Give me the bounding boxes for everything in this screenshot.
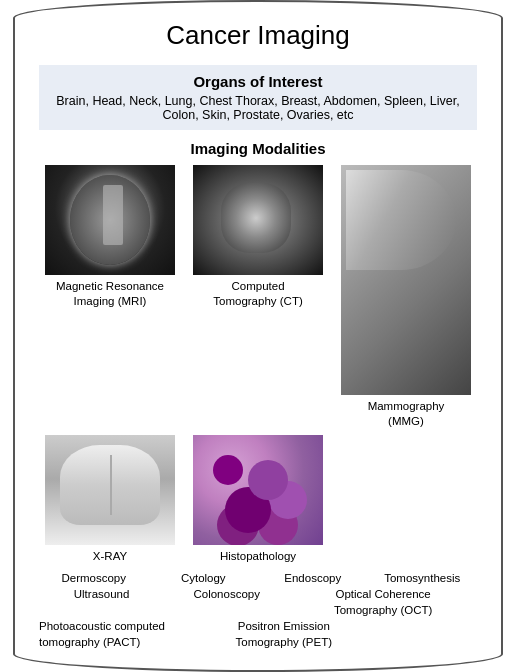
label-row-3: Photoacoustic computedtomography (PACT) … [39,618,477,650]
organs-heading: Organs of Interest [51,73,465,90]
mammo2-cell [335,435,477,564]
organs-section: Organs of Interest Brain, Head, Neck, Lu… [39,65,477,130]
organs-text: Brain, Head, Neck, Lung, Chest Thorax, B… [51,94,465,122]
main-card: Cancer Imaging Organs of Interest Brain,… [13,0,503,672]
histo-image [193,435,323,545]
images-grid: Magnetic ResonanceImaging (MRI) Computed… [39,165,477,564]
xray-cell: X-RAY [39,435,181,564]
histo-cell: Histopathology [187,435,329,564]
label-pact: Photoacoustic computedtomography (PACT) [39,618,219,650]
label-cytology: Cytology [149,570,259,586]
modalities-section: Imaging Modalities Magnetic ResonanceIma… [39,140,477,650]
xray-caption: X-RAY [93,549,127,564]
label-pet: Positron EmissionTomography (PET) [219,618,348,650]
mammo-image [341,165,471,395]
histo-caption: Histopathology [220,549,296,564]
mri-cell: Magnetic ResonanceImaging (MRI) [39,165,181,429]
label-dermoscopy: Dermoscopy [39,570,149,586]
mri-image [45,165,175,275]
label-oct: Optical CoherenceTomography (OCT) [289,586,477,618]
modalities-heading: Imaging Modalities [39,140,477,157]
label-ultrasound: Ultrasound [39,586,164,602]
ct-caption: ComputedTomography (CT) [213,279,302,309]
mammo-caption: Mammography(MMG) [368,399,445,429]
ct-cell: ComputedTomography (CT) [187,165,329,429]
label-row-1: Dermoscopy Cytology Endoscopy Tomosynthe… [39,570,477,586]
label-tomosynthesis: Tomosynthesis [368,570,478,586]
xray-image [45,435,175,545]
extra-labels: Dermoscopy Cytology Endoscopy Tomosynthe… [39,570,477,650]
mri-caption: Magnetic ResonanceImaging (MRI) [56,279,164,309]
label-row-2: Ultrasound Colonoscopy Optical Coherence… [39,586,477,618]
label-endoscopy: Endoscopy [258,570,368,586]
label-colonoscopy: Colonoscopy [164,586,289,602]
mammo-cell: Mammography(MMG) [335,165,477,429]
main-title: Cancer Imaging [39,20,477,51]
ct-image [193,165,323,275]
